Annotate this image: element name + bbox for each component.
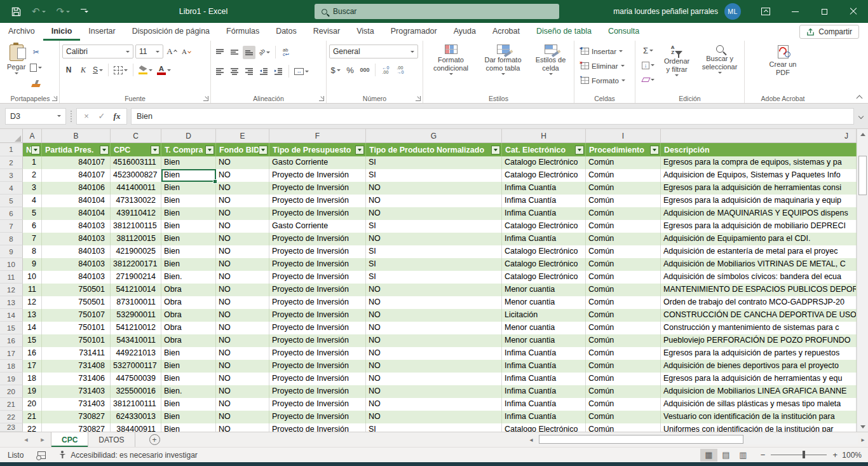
- share-button[interactable]: Compartir: [799, 25, 859, 39]
- name-box[interactable]: D3: [5, 108, 66, 125]
- align-bottom-button[interactable]: [243, 46, 255, 59]
- table-header-F1[interactable]: Tipo de Presupuesto: [269, 143, 366, 156]
- cell-I8[interactable]: Común: [586, 233, 661, 245]
- cell-E12[interactable]: NO: [216, 284, 269, 296]
- cell-D12[interactable]: Obra: [161, 284, 216, 296]
- cell-F14[interactable]: Proyecto de Inversión: [269, 309, 366, 322]
- table-header-B1[interactable]: Partida Pres.: [42, 143, 111, 156]
- column-header-E[interactable]: E: [216, 129, 269, 142]
- cell-F7[interactable]: Gasto Corriente: [269, 220, 366, 233]
- format-as-table-button[interactable]: Dar formato como tabla: [477, 43, 530, 93]
- view-page-break-button[interactable]: ▥: [735, 449, 752, 462]
- cell-G7[interactable]: SI: [366, 220, 502, 233]
- row-header-3[interactable]: 3: [0, 169, 23, 182]
- formula-input[interactable]: Bien: [131, 108, 854, 125]
- cell-E15[interactable]: NO: [216, 322, 269, 334]
- cell-B23[interactable]: 730827: [42, 423, 111, 432]
- cell-D18[interactable]: Bien: [161, 360, 216, 373]
- cell-A20[interactable]: 19: [23, 385, 42, 398]
- table-header-I1[interactable]: Procedimiento: [586, 143, 661, 156]
- column-header-H[interactable]: H: [502, 129, 586, 142]
- paste-button[interactable]: Pegar: [4, 43, 29, 93]
- cell-J6[interactable]: Adquisicion de MAQUINARIAS Y EQUIPOS dis…: [661, 207, 857, 220]
- cell-J14[interactable]: CONSTRUCCIÓN DE CANCHA DEPORTIVA DE USO …: [661, 309, 857, 322]
- cell-E17[interactable]: NO: [216, 347, 269, 360]
- cell-C2[interactable]: 4516003111: [111, 156, 161, 169]
- cell-G16[interactable]: NO: [366, 334, 502, 347]
- user-name[interactable]: maria lourdes peñafiel parrales: [613, 7, 718, 16]
- cell-G23[interactable]: SI: [366, 423, 502, 432]
- cell-D5[interactable]: Bien: [161, 195, 216, 207]
- cell-G13[interactable]: NO: [366, 296, 502, 309]
- cell-H2[interactable]: Catalogo Electrónico: [502, 156, 586, 169]
- cell-I16[interactable]: Común: [586, 334, 661, 347]
- cell-I19[interactable]: Común: [586, 373, 661, 385]
- find-select-button[interactable]: Buscar y seleccionar: [698, 43, 742, 93]
- cell-D6[interactable]: Bien: [161, 207, 216, 220]
- cell-J9[interactable]: Adquisición de estantería de metal para …: [661, 245, 857, 258]
- cancel-button[interactable]: ×: [79, 111, 93, 121]
- cell-F11[interactable]: Proyecto de Inversión: [269, 271, 366, 284]
- cell-B15[interactable]: 750101: [42, 322, 111, 334]
- underline-button[interactable]: S: [92, 64, 104, 77]
- cell-H3[interactable]: Catalogo Electrónico: [502, 169, 586, 182]
- filter-button-A[interactable]: [31, 146, 40, 154]
- font-color-button[interactable]: A: [156, 64, 172, 77]
- cell-H19[interactable]: Infima Cuantía: [502, 373, 586, 385]
- cell-I10[interactable]: Común: [586, 258, 661, 271]
- row-header-10[interactable]: 10: [0, 258, 23, 271]
- cell-F10[interactable]: Proyecto de Inversión: [269, 258, 366, 271]
- cell-C13[interactable]: 873100011: [111, 296, 161, 309]
- cell-B21[interactable]: 731403: [42, 398, 111, 411]
- filter-button-G[interactable]: [491, 146, 500, 154]
- ribbon-display-options-button[interactable]: [751, 0, 780, 23]
- cell-D23[interactable]: Bien: [161, 423, 216, 432]
- cell-B2[interactable]: 840107: [42, 156, 111, 169]
- tab-vista[interactable]: Vista: [348, 23, 383, 41]
- cell-I12[interactable]: Común: [586, 284, 661, 296]
- align-center-button[interactable]: [228, 65, 241, 78]
- row-header-13[interactable]: 13: [0, 296, 23, 309]
- expand-formula-bar-button[interactable]: [854, 114, 868, 118]
- tab-archivo[interactable]: Archivo: [0, 23, 43, 41]
- horizontal-scroll-thumb[interactable]: [539, 435, 743, 444]
- cell-B13[interactable]: 750501: [42, 296, 111, 309]
- cell-B12[interactable]: 750501: [42, 284, 111, 296]
- tab-inicio[interactable]: Inicio: [43, 23, 81, 41]
- cell-C23[interactable]: 384400911: [111, 423, 161, 432]
- fill-button[interactable]: ↓: [641, 58, 656, 72]
- cell-F20[interactable]: Proyecto de Inversión: [269, 385, 366, 398]
- cell-C21[interactable]: 3812100111: [111, 398, 161, 411]
- cell-A6[interactable]: 5: [23, 207, 42, 220]
- cell-H21[interactable]: Infima Cuantía: [502, 398, 586, 411]
- cell-F23[interactable]: Proyecto de Inversión: [269, 423, 366, 432]
- cell-B10[interactable]: 840103: [42, 258, 111, 271]
- cell-F4[interactable]: Proyecto de Inversión: [269, 182, 366, 195]
- filter-button-E[interactable]: [259, 146, 268, 154]
- cell-H14[interactable]: Licitación: [502, 309, 586, 322]
- cell-I22[interactable]: Común: [586, 411, 661, 423]
- fill-color-button[interactable]: [137, 64, 154, 77]
- table-header-C1[interactable]: CPC: [111, 143, 161, 156]
- cell-D20[interactable]: Bien.: [161, 385, 216, 398]
- font-name-select[interactable]: Calibri: [62, 45, 133, 58]
- status-mode[interactable]: Listo: [8, 451, 24, 460]
- clear-button[interactable]: [641, 73, 656, 86]
- cell-C3[interactable]: 4523000827: [111, 169, 161, 182]
- cell-A9[interactable]: 8: [23, 245, 42, 258]
- cell-G11[interactable]: SI: [366, 271, 502, 284]
- cell-F8[interactable]: Proyecto de Inversión: [269, 233, 366, 245]
- table-header-H1[interactable]: Cat. Electrónico: [502, 143, 586, 156]
- portapapeles-dialog-launcher[interactable]: [52, 96, 57, 101]
- filter-button-F[interactable]: [355, 146, 364, 154]
- cell-H11[interactable]: Catalogo Electrónico: [502, 271, 586, 284]
- tab-ayuda[interactable]: Ayuda: [445, 23, 484, 41]
- cell-E14[interactable]: NO: [216, 309, 269, 322]
- cell-A17[interactable]: 16: [23, 347, 42, 360]
- cell-E9[interactable]: NO: [216, 245, 269, 258]
- row-header-9[interactable]: 9: [0, 245, 23, 258]
- cell-D22[interactable]: Bien: [161, 411, 216, 423]
- column-header-B[interactable]: B: [42, 129, 111, 142]
- cell-C19[interactable]: 447500039: [111, 373, 161, 385]
- cell-J17[interactable]: Egresos para la adquisición de partes y …: [661, 347, 857, 360]
